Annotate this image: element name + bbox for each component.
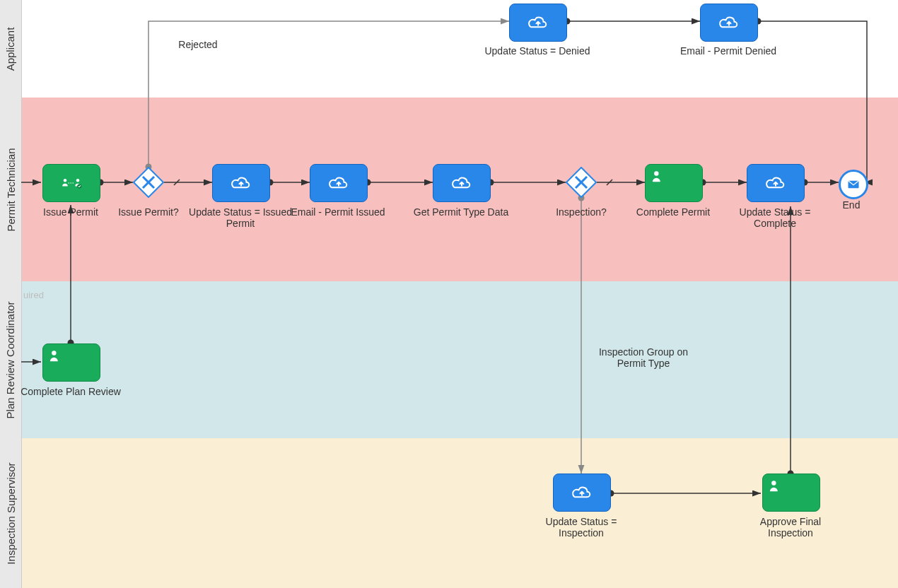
label-email-permit-issued: Email - Permit Issued — [285, 206, 391, 218]
svg-point-27 — [52, 351, 56, 355]
user-reassign-icon — [61, 175, 82, 192]
user-task-icon — [651, 169, 667, 184]
gateway-inspection[interactable] — [566, 167, 597, 198]
label-get-permit-type: Get Permit Type Data — [408, 206, 514, 218]
task-complete-plan-review[interactable] — [42, 343, 100, 382]
label-end-event: End — [798, 199, 898, 211]
task-email-permit-denied[interactable] — [700, 4, 758, 42]
edge-label-inspection-group: Inspection Group on Permit Type — [587, 346, 700, 369]
lane-label-wrap-plan: Plan Review Coordinator — [0, 281, 22, 438]
svg-point-15 — [64, 179, 67, 182]
lane-label-inspection: Inspection Supervisor — [5, 462, 17, 564]
cloud-icon — [328, 175, 349, 192]
task-update-status-inspection[interactable] — [553, 474, 611, 512]
lane-label-wrap-permit: Permit Technician — [0, 98, 22, 281]
watermark-text: uired — [23, 290, 44, 300]
svg-point-28 — [771, 481, 776, 485]
xor-gateway-icon — [133, 167, 164, 198]
svg-point-18 — [77, 184, 81, 189]
task-get-permit-type[interactable] — [433, 164, 491, 202]
label-update-status-denied: Update Status = Denied — [484, 45, 590, 57]
task-update-status-denied[interactable] — [509, 4, 567, 42]
task-update-status-complete[interactable] — [747, 164, 805, 202]
lane-plan-review: Plan Review Coordinator — [0, 281, 898, 438]
lane-label-permit: Permit Technician — [5, 148, 17, 231]
task-issue-permit[interactable] — [42, 164, 100, 202]
label-complete-plan-review: Complete Plan Review — [18, 386, 124, 397]
label-email-permit-denied: Email - Permit Denied — [675, 45, 781, 57]
lane-label-applicant: Applicant — [5, 27, 17, 71]
edge-label-rejected: Rejected — [170, 39, 226, 50]
task-complete-permit[interactable] — [645, 164, 703, 202]
cloud-icon — [231, 175, 252, 192]
svg-point-16 — [76, 179, 80, 182]
svg-point-25 — [654, 171, 658, 175]
end-event[interactable] — [839, 170, 868, 199]
user-task-icon — [769, 478, 784, 494]
lane-label-plan: Plan Review Coordinator — [5, 301, 17, 418]
cloud-icon — [571, 484, 593, 501]
cloud-icon — [451, 175, 472, 192]
task-approve-final-inspection[interactable] — [762, 474, 820, 512]
lane-inspection: Inspection Supervisor — [0, 438, 898, 588]
xor-gateway-icon — [566, 167, 597, 198]
message-end-icon — [847, 180, 860, 189]
task-email-permit-issued[interactable] — [310, 164, 368, 202]
label-approve-final-inspection: Approve Final Inspection — [737, 516, 844, 539]
label-complete-permit: Complete Permit — [620, 206, 726, 218]
label-gateway-issue-permit: Issue Permit? — [95, 206, 202, 218]
cloud-icon — [765, 175, 786, 192]
label-gateway-inspection: Inspection? — [528, 206, 634, 218]
lane-label-wrap-applicant: Applicant — [0, 0, 22, 98]
lane-label-wrap-inspection: Inspection Supervisor — [0, 438, 22, 588]
cloud-icon — [718, 14, 740, 31]
gateway-issue-permit[interactable] — [133, 167, 164, 198]
label-update-status-inspection: Update Status = Inspection — [528, 516, 634, 539]
task-update-status-issued[interactable] — [212, 164, 270, 202]
user-task-icon — [49, 348, 64, 364]
label-update-status-issued: Update Status = Issued Permit — [187, 206, 293, 229]
cloud-icon — [527, 14, 549, 31]
